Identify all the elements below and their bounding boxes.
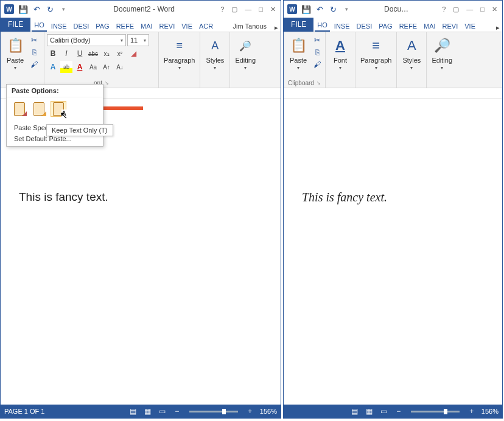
qat-customize-icon[interactable]: ▾ <box>59 5 68 13</box>
redo-icon[interactable]: ↻ <box>46 5 54 13</box>
maximize-icon[interactable]: □ <box>259 5 263 13</box>
zoom-out-icon[interactable]: − <box>394 406 404 416</box>
paste-button[interactable]: 📋 Paste ▾ <box>286 34 310 71</box>
help-icon[interactable]: ? <box>220 5 224 13</box>
print-layout-icon[interactable]: ▦ <box>365 406 374 416</box>
ribbon-display-icon[interactable]: ▢ <box>231 5 237 13</box>
tab-review[interactable]: REVI <box>157 20 178 32</box>
copy-icon[interactable]: ⎘ <box>312 47 323 57</box>
minimize-icon[interactable]: — <box>466 5 473 13</box>
tab-page-layout[interactable]: PAG <box>376 20 394 32</box>
zoom-slider[interactable] <box>411 411 460 412</box>
zoom-value[interactable]: 156% <box>260 408 277 415</box>
zoom-value[interactable]: 156% <box>481 408 499 415</box>
tab-file[interactable]: FILE <box>1 18 30 32</box>
font-button[interactable]: A Font ▾ <box>328 34 352 71</box>
tab-mailings[interactable]: MAI <box>421 20 438 32</box>
paste-dropdown-icon[interactable]: ▾ <box>14 65 16 71</box>
undo-icon[interactable]: ↶ <box>315 5 324 13</box>
tab-mailings[interactable]: MAI <box>138 20 155 32</box>
tab-page-layout[interactable]: PAG <box>93 20 111 32</box>
redo-icon[interactable]: ↻ <box>329 5 337 13</box>
editing-button[interactable]: 🔎 Editing ▾ <box>429 34 455 71</box>
tab-view[interactable]: VIE <box>462 20 478 32</box>
paste-button[interactable]: 📋 Paste ▾ <box>3 34 27 71</box>
grow-font-icon[interactable]: A↑ <box>100 61 113 73</box>
page-indicator[interactable]: PAGE 1 OF 1 <box>4 408 44 415</box>
underline-button[interactable]: U <box>74 47 86 60</box>
dropdown-icon[interactable]: ▾ <box>178 65 181 71</box>
clear-formatting-icon[interactable]: ◢ <box>127 47 139 60</box>
change-case-icon[interactable]: Aa <box>87 61 99 73</box>
text-effects-icon[interactable]: A <box>47 61 59 73</box>
tabs-more-icon[interactable]: ▸ <box>494 24 502 32</box>
font-name-combo[interactable]: Calibri (Body) ▾ <box>47 34 126 46</box>
read-mode-icon[interactable]: ▤ <box>350 406 360 416</box>
dialog-launcher-icon[interactable]: ↘ <box>105 80 109 86</box>
strikethrough-button[interactable]: abc <box>87 47 99 60</box>
tab-view[interactable]: VIE <box>179 20 195 32</box>
format-painter-icon[interactable]: 🖌 <box>312 60 323 69</box>
tabs-more-icon[interactable]: ▸ <box>272 24 281 32</box>
copy-icon[interactable]: ⎘ <box>29 47 40 57</box>
help-icon[interactable]: ? <box>442 5 446 13</box>
styles-button[interactable]: A Styles ▾ <box>399 34 424 71</box>
minimize-icon[interactable]: — <box>245 5 251 13</box>
tab-acrobat[interactable]: ACR <box>197 20 215 32</box>
close-icon[interactable]: ✕ <box>492 5 497 13</box>
keep-source-formatting-icon[interactable] <box>12 101 27 117</box>
cut-icon[interactable]: ✂ <box>29 35 40 45</box>
dropdown-icon[interactable]: ▾ <box>339 65 341 71</box>
web-layout-icon[interactable]: ▭ <box>158 406 167 416</box>
font-size-combo[interactable]: 11 ▾ <box>127 34 149 46</box>
tab-file[interactable]: FILE <box>284 18 313 32</box>
highlight-icon[interactable]: ab <box>60 61 72 73</box>
save-icon[interactable]: 💾 <box>302 5 310 13</box>
italic-button[interactable]: I <box>60 47 72 60</box>
cut-icon[interactable]: ✂ <box>312 35 323 45</box>
font-color-icon[interactable]: A <box>74 61 86 73</box>
print-layout-icon[interactable]: ▦ <box>143 406 153 416</box>
horizontal-ruler[interactable] <box>284 88 502 99</box>
styles-button[interactable]: A Styles ▾ <box>203 34 227 71</box>
document-text[interactable]: This is fancy text. <box>19 190 268 204</box>
subscript-button[interactable]: x₂ <box>100 47 113 60</box>
save-icon[interactable]: 💾 <box>19 5 27 13</box>
maximize-icon[interactable]: □ <box>480 5 485 13</box>
dropdown-icon[interactable]: ▾ <box>410 65 413 71</box>
tab-design[interactable]: DESI <box>71 20 92 32</box>
tab-home[interactable]: HO <box>32 19 47 32</box>
dropdown-icon[interactable]: ▾ <box>441 65 443 71</box>
zoom-out-icon[interactable]: − <box>172 406 182 416</box>
close-icon[interactable]: ✕ <box>270 5 276 13</box>
shrink-font-icon[interactable]: A↓ <box>114 61 126 73</box>
dropdown-icon[interactable]: ▾ <box>375 65 377 71</box>
dialog-launcher-icon[interactable]: ↘ <box>317 80 321 86</box>
editing-button[interactable]: 🔎 Editing ▾ <box>233 34 258 71</box>
tab-references[interactable]: REFE <box>114 20 136 32</box>
qat-customize-icon[interactable]: ▾ <box>342 5 351 13</box>
web-layout-icon[interactable]: ▭ <box>379 406 389 416</box>
superscript-button[interactable]: x² <box>114 47 126 60</box>
tab-review[interactable]: REVI <box>440 20 461 32</box>
dropdown-icon[interactable]: ▾ <box>297 65 299 71</box>
tab-insert[interactable]: INSE <box>49 20 69 32</box>
document-area-right[interactable]: This is fancy text. <box>284 88 502 405</box>
read-mode-icon[interactable]: ▤ <box>128 406 138 416</box>
tab-insert[interactable]: INSE <box>332 20 352 32</box>
dropdown-icon[interactable]: ▾ <box>214 65 216 71</box>
paragraph-button[interactable]: ≡ Paragraph ▾ <box>161 34 197 71</box>
zoom-slider[interactable] <box>189 411 238 412</box>
tab-references[interactable]: REFE <box>397 20 419 32</box>
user-name[interactable]: Jim Tanous <box>231 20 270 32</box>
paragraph-button[interactable]: ≡ Paragraph ▾ <box>358 34 394 71</box>
format-painter-icon[interactable]: 🖌 <box>29 60 40 69</box>
tab-home[interactable]: HO <box>315 19 330 32</box>
undo-icon[interactable]: ↶ <box>32 5 41 13</box>
document-page[interactable]: This is fancy text. <box>284 99 502 204</box>
zoom-in-icon[interactable]: + <box>467 406 477 416</box>
ribbon-display-icon[interactable]: ▢ <box>453 5 459 13</box>
bold-button[interactable]: B <box>47 47 59 60</box>
merge-formatting-icon[interactable] <box>31 101 47 117</box>
dropdown-icon[interactable]: ▾ <box>244 65 247 71</box>
